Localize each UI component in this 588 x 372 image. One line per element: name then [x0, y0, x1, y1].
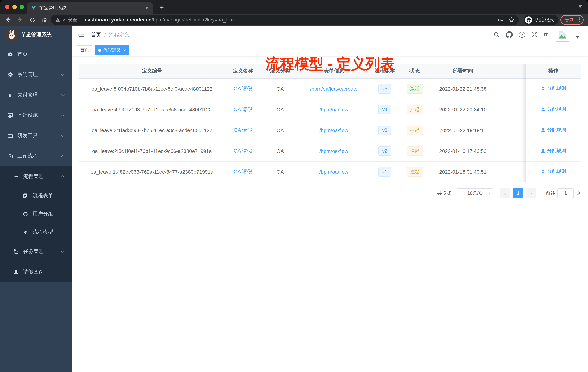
- address-bar[interactable]: 不安全 dashboard.yudao.iocoder.cn/bpm/manag…: [51, 15, 519, 25]
- search-icon[interactable]: [493, 32, 499, 38]
- tab-search-chevron-icon[interactable]: [578, 5, 582, 8]
- active-dot: [98, 49, 101, 52]
- tab-close-icon[interactable]: [146, 5, 148, 11]
- sidebar-item-label: 支付管理: [17, 92, 38, 98]
- assign-rule-button[interactable]: 分配规则: [541, 148, 566, 154]
- help-question-icon[interactable]: [519, 32, 525, 38]
- definition-name-link[interactable]: OA 请假: [225, 141, 261, 161]
- incognito-icon: [525, 16, 532, 23]
- form-link[interactable]: /bpm/oa/leave/create: [299, 78, 368, 99]
- incognito-badge: 无痕模式: [524, 15, 558, 25]
- bookmark-star-icon[interactable]: [508, 17, 514, 23]
- sidebar-item-user-group[interactable]: 用户分组: [0, 205, 72, 223]
- avatar-dropdown-caret-icon[interactable]: [576, 36, 579, 38]
- page-1-button[interactable]: 1: [513, 188, 523, 198]
- form-link[interactable]: /bpm/oa/flow: [299, 99, 368, 120]
- assign-rule-button[interactable]: 分配规则: [541, 85, 566, 92]
- back-button[interactable]: [1, 17, 14, 23]
- minimize-window-button[interactable]: [12, 5, 17, 9]
- breadcrumb-home[interactable]: 首页: [91, 32, 101, 38]
- pagination: 共 5 条 10条/页 1 前往 1 页: [79, 188, 581, 198]
- assign-rule-button[interactable]: 分配规则: [541, 106, 566, 113]
- table-row: oa_leave:5:004b710b-7b8a-11ec-8ef0-acde4…: [79, 78, 581, 99]
- fullscreen-icon[interactable]: [531, 32, 537, 38]
- sidebar-item-leave-query[interactable]: 请假查询: [0, 262, 72, 282]
- sidebar-item-label: 流程管理: [23, 173, 44, 180]
- tag-process-definition[interactable]: 流程定义: [94, 45, 129, 55]
- browser-titlebar: 芋道管理系统: [0, 0, 588, 14]
- security-label[interactable]: 不安全: [63, 17, 77, 23]
- col-actions: 操作: [526, 64, 581, 78]
- new-tab-button[interactable]: [157, 3, 167, 12]
- avatar[interactable]: [556, 28, 569, 42]
- table-row: oa_leave:2:3c1f0ef1-76b1-11ec-9c66-a2380…: [79, 141, 581, 161]
- sidebar-item-system[interactable]: 系统管理: [0, 65, 72, 85]
- tree-icon: [13, 249, 19, 254]
- tag-home[interactable]: 首页: [77, 45, 92, 55]
- status-badge: 挂起: [406, 125, 423, 135]
- definition-name-link[interactable]: OA 请假: [225, 99, 261, 120]
- definition-name-link[interactable]: OA 请假: [225, 161, 261, 182]
- user-icon: [541, 86, 545, 91]
- assign-rule-button[interactable]: 分配规则: [541, 168, 566, 175]
- close-window-button[interactable]: [5, 5, 10, 9]
- definition-id: oa_leave:3:1fad3d93-7b75-11ec-a3c8-acde4…: [79, 120, 225, 141]
- gear-icon: [7, 72, 13, 77]
- prev-page-button[interactable]: [500, 188, 510, 198]
- definition-table: 定义编号 定义名称 定义分类 表单信息 流程版本 状态 部署时间 操作: [79, 64, 581, 182]
- github-icon[interactable]: [506, 31, 513, 38]
- version-badge: v5: [378, 84, 391, 93]
- sidebar-menu: 首页 系统管理 支付管理: [0, 44, 72, 372]
- password-key-icon[interactable]: [497, 17, 503, 23]
- sidebar-logo[interactable]: 芋道管理系统: [0, 26, 72, 44]
- chevron-down-icon: [61, 113, 64, 117]
- goto-page-input[interactable]: 1: [557, 188, 574, 198]
- sidebar-item-label: 请假查询: [23, 269, 44, 275]
- font-size-icon[interactable]: tT: [544, 32, 548, 37]
- browser-update-button[interactable]: 更新: [560, 15, 584, 25]
- sidebar-item-devtools[interactable]: 研发工具: [0, 126, 72, 146]
- zoom-window-button[interactable]: [20, 5, 24, 9]
- url-path[interactable]: /bpm/manager/definition?key=oa_leave: [152, 17, 237, 22]
- sidebar-item-process-model[interactable]: 流程模型: [0, 223, 72, 241]
- reload-button[interactable]: [26, 17, 39, 23]
- update-label: 更新: [565, 17, 574, 23]
- form-link[interactable]: /bpm/oa/flow: [299, 120, 368, 141]
- sidebar-item-process-management[interactable]: 流程管理: [0, 166, 72, 187]
- url-domain[interactable]: dashboard.yudao.iocoder.cn: [85, 17, 152, 22]
- toolbox-icon: [7, 133, 13, 139]
- tag-close-icon[interactable]: [123, 47, 126, 53]
- col-filler: [497, 64, 526, 78]
- definition-category: OA: [261, 78, 299, 99]
- sidebar-item-process-form[interactable]: 流程表单: [0, 187, 72, 205]
- status-badge: 激活: [406, 84, 423, 93]
- page-size-select[interactable]: 10条/页: [457, 188, 494, 198]
- pagination-total: 共 5 条: [437, 190, 452, 196]
- sidebar-item-payment[interactable]: 支付管理: [0, 85, 72, 105]
- next-page-button[interactable]: [526, 188, 536, 198]
- form-link[interactable]: /bpm/oa/flow: [299, 141, 368, 161]
- home-button[interactable]: [39, 17, 51, 23]
- breadcrumb-current: 流程定义: [109, 32, 129, 38]
- table-header-row: 定义编号 定义名称 定义分类 表单信息 流程版本 状态 部署时间 操作: [79, 64, 581, 78]
- definition-id: oa_leave:1:482ec033-762a-11ec-8477-a2380…: [79, 161, 225, 182]
- sidebar-item-label: 用户分组: [33, 211, 53, 217]
- user-icon: [13, 269, 19, 275]
- col-form-info: 表单信息: [299, 64, 368, 78]
- form-link[interactable]: /bpm/oa/flow: [299, 161, 368, 182]
- definition-category: OA: [261, 141, 299, 161]
- sidebar-toggle-hamburger-icon[interactable]: [78, 31, 85, 38]
- definition-name-link[interactable]: OA 请假: [225, 78, 261, 99]
- sidebar-item-workflow[interactable]: 工作流程: [0, 146, 72, 166]
- breadcrumb-separator: /: [104, 32, 106, 38]
- assign-rule-button[interactable]: 分配规则: [541, 127, 566, 133]
- browser-tab[interactable]: 芋道管理系统: [27, 2, 153, 14]
- sidebar-item-infra[interactable]: 基础设施: [0, 105, 72, 126]
- forward-button[interactable]: [14, 17, 26, 23]
- browser-menu-icon[interactable]: [579, 17, 580, 22]
- sidebar-item-home[interactable]: 首页: [0, 44, 72, 65]
- sidebar-item-task-management[interactable]: 任务管理: [0, 241, 72, 262]
- definition-name-link[interactable]: OA 请假: [225, 120, 261, 141]
- col-definition-name: 定义名称: [225, 64, 261, 78]
- form-icon: [22, 193, 28, 199]
